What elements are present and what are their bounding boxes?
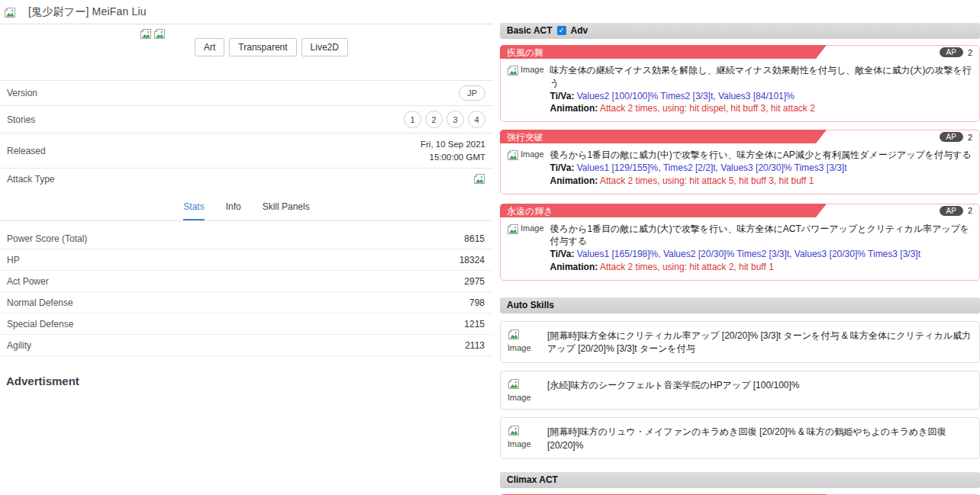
banner-ribbon-slant: [816, 45, 827, 59]
stat-row-power-score: Power Score (Total) 8615: [0, 228, 493, 249]
broken-image-icon: [508, 378, 520, 390]
ap-label: AP: [940, 206, 963, 216]
ap-cost: 2: [968, 48, 972, 57]
stat-label: HP: [7, 255, 20, 265]
image-alt-text: Image: [508, 343, 531, 352]
stat-label: Power Score (Total): [7, 233, 87, 244]
version-row: Version JP: [0, 80, 493, 105]
version-label: Version: [7, 88, 37, 98]
image-alt-text: Image: [521, 149, 544, 159]
tab-info[interactable]: Info: [226, 201, 241, 220]
stat-label: Normal Defense: [7, 297, 73, 308]
tiva-label: Ti/Va:: [550, 91, 575, 101]
page: [鬼少尉フー] MeiFan Liu Art Transparent Live2…: [0, 0, 980, 495]
stat-value: 8615: [464, 233, 485, 244]
basic-skill-card-1: 疾風の舞 AP 2 Image 味方全体の継続マイナス効果を解除し、継続マイナス…: [500, 45, 980, 122]
image-alt-text: Image: [521, 223, 544, 233]
ap-cost: 2: [968, 206, 972, 215]
skill-text: 後ろから1番目の敵に威力(大)で攻撃を行い、味方全体にACTパワーアップとクリテ…: [550, 223, 973, 274]
skill-image-placeholder: Image: [508, 424, 538, 452]
skill-banner: 疾風の舞 AP 2: [501, 46, 979, 59]
auto-skill-description: [永続]味方のシークフェルト音楽学院のHPアップ [100/100]%: [547, 378, 972, 403]
stat-label: Act Power: [7, 276, 49, 287]
skill-body: Image 味方全体の継続マイナス効果を解除し、継続マイナス効果耐性を付与し、敵…: [501, 59, 979, 121]
stat-label: Special Defense: [7, 319, 73, 329]
story-button-3[interactable]: 3: [446, 111, 464, 128]
released-value: Fri, 10 Sep 2021 15:00:00 GMT: [385, 138, 485, 163]
skill-banner: 永遠の輝き AP 2: [501, 204, 979, 217]
story-buttons: 1 2 3 4: [404, 111, 485, 128]
basic-act-title: Basic ACT: [507, 25, 553, 36]
skill-tiva-line: Ti/Va: Values1 [129/155]%, Times2 [2/2]t…: [550, 162, 973, 175]
stat-row-normal-defense: Normal Defense 798: [0, 292, 493, 313]
story-button-4[interactable]: 4: [468, 111, 485, 128]
skill-image-placeholder: Image: [507, 64, 544, 115]
transparent-button[interactable]: Transparent: [229, 38, 296, 56]
skill-image-placeholder: Image: [507, 149, 544, 187]
auto-skill-description: [開幕時]味方のリュウ・メイファンのキラめき回復 [20/20]% & 味方の鶴…: [547, 424, 972, 452]
banner-ribbon: [500, 45, 816, 59]
card-image-area: Art Transparent Live2D: [0, 24, 493, 80]
released-label: Released: [7, 146, 46, 156]
broken-image-icon: [507, 223, 519, 235]
climax-act-header: Climax ACT: [500, 472, 980, 488]
tab-skill-panels[interactable]: Skill Panels: [263, 201, 310, 220]
skill-animation-line: Animation: Attack 2 times, using: hit at…: [550, 175, 973, 188]
ap-label: AP: [940, 132, 963, 142]
advertisment-heading: Advertisment: [6, 374, 493, 387]
skill-image-placeholder: Image: [508, 378, 538, 403]
auto-skill-card-3: Image [開幕時]味方のリュウ・メイファンのキラめき回復 [20/20]% …: [500, 417, 980, 459]
skill-banner: 強行突破 AP 2: [501, 130, 979, 143]
skill-name: 永遠の輝き: [507, 205, 553, 218]
tab-stats[interactable]: Stats: [183, 201, 204, 220]
skill-name: 疾風の舞: [507, 47, 543, 59]
animation-label: Animation:: [550, 175, 598, 186]
broken-image-icon: [4, 7, 16, 18]
stories-row: Stories 1 2 3 4: [0, 105, 493, 133]
adv-checkbox[interactable]: ✓: [557, 26, 566, 35]
broken-image-icon: [140, 28, 152, 40]
character-panel: [鬼少尉フー] MeiFan Liu Art Transparent Live2…: [0, 0, 493, 387]
animation-value: Attack 2 times, using: hit dispel, hit b…: [600, 103, 815, 114]
skill-tiva-line: Ti/Va: Values2 [100/100]% Times2 [3/3]t,…: [550, 90, 973, 103]
skill-name: 強行突破: [507, 131, 543, 144]
stat-value: 18324: [459, 255, 485, 265]
animation-value: Attack 2 times, using: hit attack 5, hit…: [600, 175, 814, 186]
skill-body: Image 後ろから1番目の敵に威力(中)で攻撃を行い、味方全体にAP減少と有利…: [501, 143, 979, 193]
skill-image-placeholder: Image: [507, 223, 544, 274]
adv-label: Adv: [571, 25, 588, 36]
stat-row-special-defense: Special Defense 1215: [0, 313, 493, 335]
story-button-1[interactable]: 1: [404, 111, 421, 128]
auto-skill-card-1: Image [開幕時]味方全体にクリティカル率アップ [20/20]% [3/3…: [500, 321, 980, 363]
skills-panel: Basic ACT ✓ Adv 疾風の舞 AP 2 Image: [500, 23, 980, 495]
broken-image-icon: [507, 149, 519, 161]
skill-animation-line: Animation: Attack 2 times, using: hit at…: [550, 261, 973, 274]
stat-value: 798: [469, 297, 485, 308]
version-value-pill[interactable]: JP: [459, 85, 485, 101]
stat-label: Agility: [7, 340, 31, 351]
skill-description: 後ろから1番目の敵に威力(中)で攻撃を行い、味方全体にAP減少と有利属性ダメージ…: [550, 149, 973, 162]
animation-label: Animation:: [550, 262, 598, 272]
climax-act-title: Climax ACT: [507, 474, 558, 485]
tiva-label: Ti/Va:: [550, 249, 575, 259]
art-button[interactable]: Art: [195, 38, 224, 56]
live2d-button[interactable]: Live2D: [301, 38, 348, 56]
stat-value: 2975: [464, 276, 485, 287]
view-buttons: Art Transparent Live2D: [195, 38, 348, 56]
stat-row-agility: Agility 2113: [0, 335, 493, 356]
story-button-2[interactable]: 2: [425, 111, 443, 128]
attack-type-icon: [473, 173, 485, 185]
attack-type-row: Attack Type: [0, 168, 493, 189]
ap-badge: AP 2: [940, 132, 972, 142]
released-row: Released Fri, 10 Sep 2021 15:00:00 GMT: [0, 133, 493, 168]
animation-label: Animation:: [550, 103, 598, 114]
tiva-label: Ti/Va:: [550, 162, 575, 173]
auto-skill-description: [開幕時]味方全体にクリティカル率アップ [20/20]% [3/3]t ターン…: [547, 328, 972, 356]
skill-body: Image 後ろから1番目の敵に威力(大)で攻撃を行い、味方全体にACTパワーア…: [501, 217, 979, 280]
skill-image-placeholder: Image: [508, 328, 538, 356]
broken-image-icon: [508, 329, 520, 340]
auto-skill-card-2: Image [永続]味方のシークフェルト音楽学院のHPアップ [100/100]…: [500, 371, 980, 410]
card-image-placeholders: [140, 28, 166, 40]
image-alt-text: Image: [508, 439, 531, 448]
tiva-value: Values2 [100/100]% Times2 [3/3]t, Values…: [577, 91, 795, 101]
